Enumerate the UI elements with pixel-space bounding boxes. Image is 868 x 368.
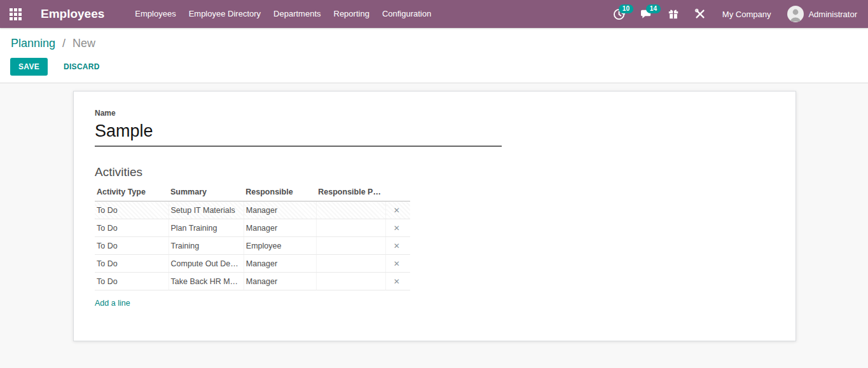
cell-responsible[interactable]: Employee [244,237,316,255]
cell-activity-type[interactable]: To Do [95,273,169,290]
save-button[interactable]: SAVE [10,58,48,76]
breadcrumb-current: New [72,37,95,50]
tools-icon [694,8,706,20]
control-panel-buttons: SAVE DISCARD [0,50,868,76]
cell-summary[interactable]: Take Back HR M… [169,273,244,290]
main-menu: Employees Employee Directory Departments… [128,0,437,28]
apps-grid-icon [10,8,22,20]
messages-count-badge: 14 [646,4,661,13]
cell-activity-type[interactable]: To Do [95,255,169,273]
activities-count-badge: 10 [619,4,633,13]
cell-summary[interactable]: Plan Training [169,219,244,237]
col-header-delete [386,185,410,201]
cell-responsible-phone[interactable] [316,219,386,237]
cell-responsible[interactable]: Manager [244,219,316,237]
activities-title: Activities [95,165,775,179]
col-header-activity-type[interactable]: Activity Type [95,185,169,201]
cell-responsible-phone[interactable] [316,201,386,219]
menu-item-reporting[interactable]: Reporting [327,0,376,28]
page: { "header": { "app_title": "Employees", … [0,0,868,368]
cell-responsible-phone[interactable] [316,237,386,255]
table-row[interactable]: To Do Compute Out De… Manager ✕ [95,255,410,273]
cell-responsible[interactable]: Manager [244,273,316,290]
delete-row-icon[interactable]: ✕ [394,206,400,215]
discard-button[interactable]: DISCARD [60,62,104,72]
delete-row-icon[interactable]: ✕ [394,224,400,233]
table-row[interactable]: To Do Setup IT Materials Manager ✕ [95,201,410,219]
delete-row-icon[interactable]: ✕ [394,277,400,286]
cell-responsible[interactable]: Manager [244,201,316,219]
tools-button[interactable] [687,0,713,28]
delete-row-icon[interactable]: ✕ [394,259,400,268]
col-header-responsible[interactable]: Responsible [244,185,316,201]
breadcrumb-separator: / [62,37,65,50]
menu-item-employees[interactable]: Employees [128,0,182,28]
menu-item-employee-directory[interactable]: Employee Directory [183,0,267,28]
add-a-line-link[interactable]: Add a line [95,299,130,308]
user-menu[interactable]: Administrator [780,6,857,22]
user-name: Administrator [808,10,857,19]
cell-summary[interactable]: Training [169,237,244,255]
cell-responsible-phone[interactable] [316,273,386,290]
gift-icon [668,8,679,20]
table-row[interactable]: To Do Take Back HR M… Manager ✕ [95,273,410,290]
activities-table: Activity Type Summary Responsible Respon… [95,185,410,290]
cell-responsible-phone[interactable] [316,255,386,273]
table-row[interactable]: To Do Training Employee ✕ [95,237,410,255]
breadcrumb-planning[interactable]: Planning [11,37,55,50]
form-sheet: Name Activities Activity Type Summary Re… [73,91,796,341]
systray: 10 14 My Company [605,0,868,28]
content-area: Name Activities Activity Type Summary Re… [0,91,868,368]
messages-button[interactable]: 14 [633,0,660,28]
cell-activity-type[interactable]: To Do [95,201,169,219]
cell-responsible[interactable]: Manager [244,255,316,273]
menu-item-configuration[interactable]: Configuration [376,0,437,28]
activities-button[interactable]: 10 [605,0,633,28]
cell-activity-type[interactable]: To Do [95,219,169,237]
top-navbar: Employees Employees Employee Directory D… [0,0,868,28]
cell-summary[interactable]: Compute Out De… [169,255,244,273]
name-label: Name [95,109,775,118]
col-header-responsible-phone[interactable]: Responsible P… [316,185,386,201]
breadcrumb: Planning / New [0,28,868,50]
menu-item-departments[interactable]: Departments [267,0,327,28]
company-menu[interactable]: My Company [713,10,780,19]
control-panel: Planning / New SAVE DISCARD [0,28,868,83]
apps-menu-button[interactable] [0,0,31,28]
table-row[interactable]: To Do Plan Training Manager ✕ [95,219,410,237]
gift-button[interactable] [660,0,687,28]
delete-row-icon[interactable]: ✕ [394,242,400,250]
avatar [787,6,804,22]
col-header-summary[interactable]: Summary [169,185,244,201]
name-input[interactable] [95,119,502,147]
cell-activity-type[interactable]: To Do [95,237,169,255]
cell-summary[interactable]: Setup IT Materials [169,201,244,219]
table-header-row: Activity Type Summary Responsible Respon… [95,185,410,201]
app-title[interactable]: Employees [41,7,104,21]
